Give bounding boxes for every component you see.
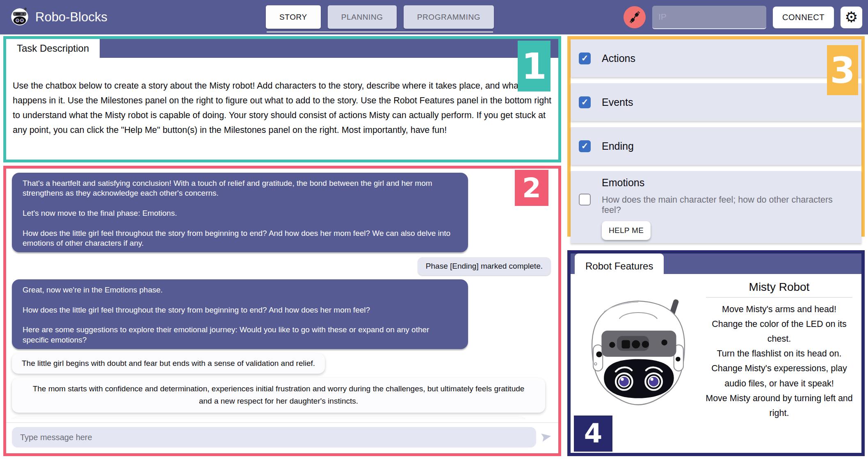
chat-input-row	[6, 422, 558, 453]
misty-robot-illustration	[573, 285, 704, 422]
robo-blocks-app: Robo-Blocks STORY PLANNING PROGRAMMING	[0, 0, 868, 459]
task-panel-header: Task Description	[6, 39, 558, 58]
milestone-label: Emotions	[602, 177, 853, 189]
phase-status-message: Phase [Ending] marked complete.	[418, 257, 551, 275]
features-text: Misty Robot Move Misty's arms and head! …	[704, 276, 857, 422]
brand: Robo-Blocks	[10, 0, 107, 34]
milestones-panel: Actions Events Ending Emotions How does …	[567, 36, 865, 237]
region-label-4: 4	[574, 416, 612, 452]
send-button[interactable]	[540, 431, 553, 444]
user-message: The mom starts with confidence and deter…	[12, 378, 545, 413]
milestone-emotions: Emotions How does the main character fee…	[571, 171, 861, 243]
milestone-actions: Actions	[571, 39, 861, 77]
feature-item: Turn the flashlist on its head on.	[704, 346, 854, 361]
features-body: Misty Robot Move Misty's arms and head! …	[571, 274, 861, 422]
bot-message: Great, now we're in the Emotions phase. …	[12, 279, 468, 349]
checkbox-emotions[interactable]	[579, 194, 591, 206]
emotions-row: How does the main character feel; how do…	[579, 194, 853, 215]
help-me-button[interactable]: HELP ME	[602, 221, 651, 240]
task-panel-tab: Task Description	[6, 39, 100, 58]
features-panel-header: Robot Features	[571, 253, 861, 274]
emotions-hint: How does the main character feel; how do…	[602, 194, 853, 215]
user-message: Misty the robot, though not emotive, can…	[12, 417, 526, 419]
features-panel-tab: Robot Features	[575, 253, 664, 279]
settings-button[interactable]: ⚙	[841, 7, 862, 28]
feature-item: Change Misty's experessions, play audio …	[704, 361, 854, 390]
tab-programming[interactable]: PROGRAMMING	[404, 5, 494, 29]
divider	[706, 297, 852, 298]
milestone-label: Events	[602, 96, 633, 108]
task-description-text: Use the chatbox below to create a story …	[6, 58, 558, 137]
top-bar: Robo-Blocks STORY PLANNING PROGRAMMING	[0, 0, 868, 34]
region-label-1: 1	[518, 41, 550, 91]
main-tabs: STORY PLANNING PROGRAMMING	[266, 5, 494, 29]
tab-planning[interactable]: PLANNING	[328, 5, 397, 29]
bot-message: That's a heartfelt and satisfying conclu…	[12, 173, 468, 252]
user-message: The little girl begins with doubt and fe…	[12, 353, 325, 374]
chat-message-list[interactable]: That's a heartfelt and satisfying conclu…	[6, 169, 558, 419]
chat-message-input[interactable]	[12, 427, 536, 448]
milestone-label: Ending	[602, 140, 634, 152]
region-label-2: 2	[515, 170, 548, 206]
send-icon	[540, 431, 553, 444]
app-title: Robo-Blocks	[35, 10, 107, 25]
connect-button[interactable]: CONNECT	[773, 7, 834, 28]
ip-input[interactable]	[652, 6, 766, 29]
task-panel-title: Task Description	[17, 43, 89, 54]
features-panel-title: Robot Features	[585, 260, 653, 272]
feature-item: Change the color of the LED on its chest…	[704, 317, 854, 346]
robot-name: Misty Robot	[704, 281, 854, 294]
milestone-ending: Ending	[571, 127, 861, 165]
robot-logo-icon	[10, 7, 30, 28]
gear-icon: ⚙	[845, 10, 858, 25]
tab-story[interactable]: STORY	[266, 5, 321, 29]
feature-item: Move Misty's arms and head!	[704, 302, 854, 317]
checkbox-actions[interactable]	[579, 53, 591, 64]
checkbox-ending[interactable]	[579, 140, 591, 152]
milestone-events: Events	[571, 83, 861, 121]
checkbox-events[interactable]	[579, 96, 591, 108]
chat-panel: That's a heartfelt and satisfying conclu…	[3, 166, 561, 456]
task-description-panel: Task Description Use the chatbox below t…	[3, 36, 561, 162]
connection-controls: CONNECT ⚙	[624, 0, 862, 34]
region-label-3: 3	[827, 45, 858, 95]
milestone-label: Actions	[602, 53, 635, 64]
feature-item: Move Misty around by turning left and ri…	[704, 391, 854, 420]
plug-disconnected-icon	[624, 6, 646, 28]
